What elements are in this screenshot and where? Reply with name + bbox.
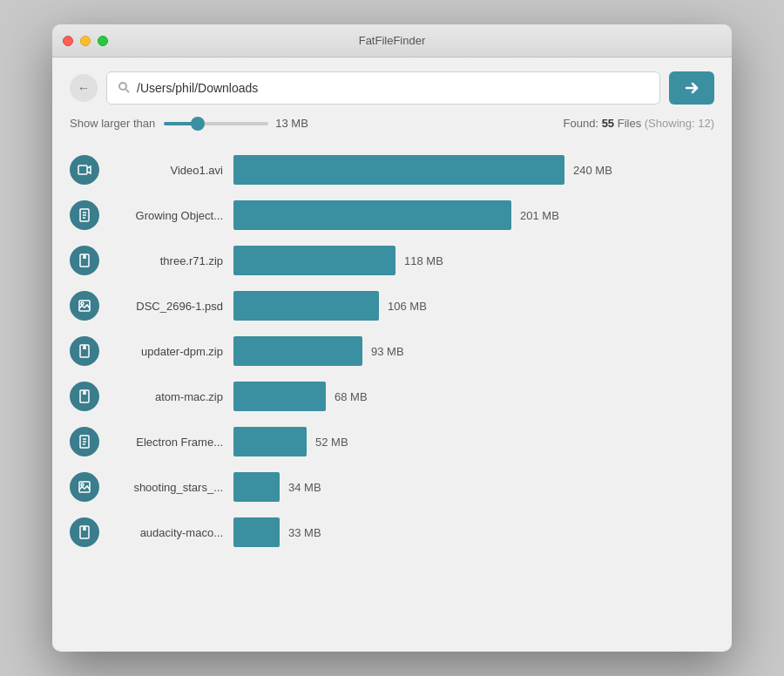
file-icon (70, 517, 99, 547)
maximize-button[interactable] (98, 36, 108, 46)
size-slider[interactable] (164, 122, 268, 125)
list-item[interactable]: Video1.avi240 MB (70, 147, 714, 193)
file-name: Video1.avi (110, 164, 223, 177)
svg-line-1 (126, 89, 130, 92)
file-name: shooting_stars_... (110, 481, 223, 494)
search-bar (106, 71, 660, 105)
size-bar (233, 246, 395, 275)
close-button[interactable] (63, 36, 73, 46)
svg-point-13 (81, 302, 84, 305)
size-bar (233, 336, 362, 366)
size-bar (233, 517, 280, 547)
file-list: Video1.avi240 MB Growing Object...201 MB… (52, 139, 732, 652)
filter-left: Show larger than 13 MB (70, 117, 310, 130)
list-item[interactable]: audacity-maco...33 MB (70, 510, 714, 555)
list-item[interactable]: Electron Frame...52 MB (70, 419, 714, 464)
file-icon (70, 472, 99, 502)
list-item[interactable]: updater-dpm.zip93 MB (70, 328, 714, 374)
list-item[interactable]: DSC_2696-1.psd106 MB (70, 283, 714, 328)
list-item[interactable]: shooting_stars_...34 MB (70, 464, 714, 510)
file-icon (70, 246, 99, 275)
file-icon (70, 336, 99, 366)
found-count: 55 (602, 117, 614, 130)
size-bar (233, 427, 307, 456)
bar-wrapper: 93 MB (233, 336, 714, 366)
size-value: 13 MB (275, 117, 310, 130)
svg-point-0 (119, 83, 126, 90)
found-unit: Files (614, 117, 641, 130)
file-size: 68 MB (335, 390, 368, 403)
file-name: DSC_2696-1.psd (110, 300, 223, 313)
titlebar: FatFileFinder (52, 24, 732, 57)
size-bar (233, 155, 564, 185)
bar-wrapper: 52 MB (233, 427, 714, 456)
file-size: 93 MB (371, 345, 404, 358)
file-size: 34 MB (288, 481, 321, 494)
bar-wrapper: 106 MB (233, 291, 714, 321)
path-input[interactable] (137, 81, 649, 95)
window-title: FatFileFinder (359, 34, 426, 47)
bar-wrapper: 240 MB (233, 155, 714, 185)
file-size: 240 MB (573, 164, 612, 177)
file-icon (70, 155, 99, 185)
file-name: updater-dpm.zip (110, 345, 223, 358)
file-size: 201 MB (520, 209, 559, 222)
size-bar (233, 200, 511, 230)
file-size: 118 MB (404, 254, 443, 267)
list-item[interactable]: atom-mac.zip68 MB (70, 374, 714, 419)
file-icon (70, 427, 99, 456)
size-bar (233, 472, 280, 502)
size-bar (233, 291, 379, 321)
file-icon (70, 382, 99, 411)
showing-label: (Showing: 12) (645, 117, 714, 130)
file-name: audacity-maco... (110, 526, 223, 539)
found-prefix: Found: (564, 117, 602, 130)
main-window: FatFileFinder ← Show larger than (52, 24, 732, 652)
bar-wrapper: 118 MB (233, 246, 714, 275)
file-size: 52 MB (315, 436, 348, 449)
bar-wrapper: 201 MB (233, 200, 714, 230)
go-button[interactable] (669, 71, 714, 105)
filter-bar: Show larger than 13 MB Found: 55 Files (… (52, 113, 732, 139)
svg-point-27 (81, 483, 84, 486)
traffic-lights (63, 36, 108, 46)
file-icon (70, 200, 99, 230)
list-item[interactable]: three.r71.zip118 MB (70, 238, 714, 283)
file-name: Electron Frame... (110, 436, 223, 449)
search-icon (118, 81, 130, 96)
file-name: atom-mac.zip (110, 390, 223, 403)
list-item[interactable]: Growing Object...201 MB (70, 193, 714, 238)
minimize-button[interactable] (80, 36, 91, 46)
filter-label: Show larger than (70, 117, 155, 130)
bar-wrapper: 33 MB (233, 517, 714, 547)
back-button[interactable]: ← (70, 74, 98, 102)
bar-wrapper: 34 MB (233, 472, 714, 502)
file-size: 33 MB (288, 526, 321, 539)
file-name: Growing Object... (110, 209, 223, 222)
file-icon (70, 291, 99, 321)
toolbar: ← (52, 57, 732, 113)
file-name: three.r71.zip (110, 254, 223, 267)
results-summary: Found: 55 Files (Showing: 12) (564, 117, 714, 130)
bar-wrapper: 68 MB (233, 382, 714, 411)
file-size: 106 MB (388, 300, 427, 313)
slider-container: 13 MB (164, 117, 310, 130)
svg-rect-3 (78, 166, 87, 174)
size-bar (233, 382, 326, 411)
